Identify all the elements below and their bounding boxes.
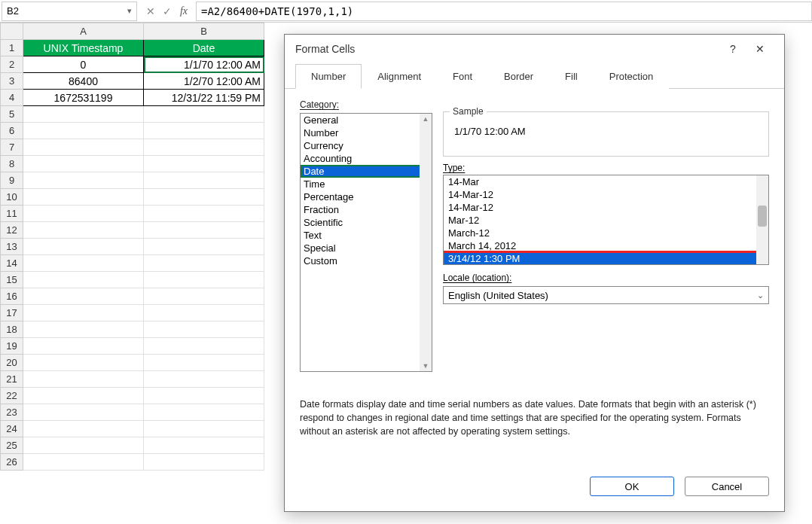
check-icon[interactable]: ✓: [160, 4, 175, 19]
cell[interactable]: [23, 371, 144, 388]
row-header[interactable]: 17: [1, 305, 23, 321]
cell[interactable]: [23, 355, 144, 371]
category-item[interactable]: Time: [301, 178, 432, 190]
cell[interactable]: [23, 206, 144, 222]
row-header[interactable]: 6: [1, 123, 23, 139]
row-header[interactable]: 18: [1, 321, 23, 338]
row-header[interactable]: 22: [1, 388, 23, 404]
row-header[interactable]: 23: [1, 404, 23, 421]
cell[interactable]: [144, 123, 264, 139]
row-header[interactable]: 11: [1, 206, 23, 222]
tab-border[interactable]: Border: [488, 64, 549, 89]
name-box[interactable]: B2 ▾: [2, 2, 137, 21]
cell[interactable]: [144, 272, 264, 288]
type-item[interactable]: 14-Mar-12: [444, 201, 768, 214]
category-item[interactable]: Custom: [301, 254, 432, 267]
cell[interactable]: [23, 321, 144, 338]
cell[interactable]: [23, 156, 144, 172]
type-item-selected[interactable]: 3/14/12 1:30 PM: [444, 252, 768, 265]
formula-input[interactable]: =A2/86400+DATE(1970,1,1): [196, 2, 812, 21]
type-item[interactable]: March 14, 2012: [444, 239, 768, 252]
category-item[interactable]: Percentage: [301, 190, 432, 203]
cell-a2[interactable]: 0: [23, 56, 144, 73]
cell[interactable]: [23, 172, 144, 189]
dialog-titlebar[interactable]: Format Cells ? ✕: [285, 35, 784, 63]
category-item[interactable]: General: [301, 114, 432, 126]
row-header[interactable]: 1: [1, 40, 23, 56]
cell[interactable]: [144, 371, 264, 388]
cell[interactable]: [144, 239, 264, 255]
cell[interactable]: [23, 222, 144, 239]
cell[interactable]: [23, 139, 144, 156]
row-header[interactable]: 7: [1, 139, 23, 156]
row-header[interactable]: 14: [1, 255, 23, 272]
cell-b3[interactable]: 1/2/70 12:00 AM: [144, 73, 264, 90]
row-header[interactable]: 21: [1, 371, 23, 388]
category-item-date[interactable]: Date: [301, 165, 432, 178]
cell[interactable]: [23, 388, 144, 404]
tab-number[interactable]: Number: [295, 64, 362, 89]
tab-font[interactable]: Font: [437, 64, 488, 89]
cell[interactable]: [23, 338, 144, 355]
category-listbox[interactable]: General Number Currency Accounting Date …: [300, 113, 432, 372]
row-header[interactable]: 10: [1, 189, 23, 206]
cell[interactable]: [23, 239, 144, 255]
cell[interactable]: [144, 454, 264, 471]
cell-a1[interactable]: UNIX Timestamp: [23, 40, 144, 56]
tab-protection[interactable]: Protection: [594, 64, 670, 89]
cell[interactable]: [144, 156, 264, 172]
category-item[interactable]: Number: [301, 126, 432, 139]
cell[interactable]: [23, 454, 144, 471]
row-header[interactable]: 26: [1, 454, 23, 471]
locale-select[interactable]: English (United States) ⌄: [443, 286, 769, 304]
cell[interactable]: [144, 288, 264, 305]
cell[interactable]: [144, 437, 264, 454]
category-item[interactable]: Accounting: [301, 152, 432, 165]
cell-a3[interactable]: 86400: [23, 73, 144, 90]
cell[interactable]: [23, 404, 144, 421]
row-header[interactable]: 4: [1, 90, 23, 106]
category-item[interactable]: Fraction: [301, 203, 432, 216]
ok-button[interactable]: OK: [590, 477, 674, 496]
row-header[interactable]: 12: [1, 222, 23, 239]
category-item[interactable]: Special: [301, 242, 432, 254]
type-scrollbar[interactable]: [756, 175, 768, 264]
category-item[interactable]: Currency: [301, 139, 432, 152]
cell[interactable]: [144, 189, 264, 206]
close-icon[interactable]: ✕: [746, 38, 774, 60]
cell[interactable]: [23, 106, 144, 123]
type-item[interactable]: March-12: [444, 227, 768, 239]
tab-fill[interactable]: Fill: [549, 64, 594, 89]
row-header[interactable]: 20: [1, 355, 23, 371]
cell[interactable]: [23, 272, 144, 288]
cell[interactable]: [144, 139, 264, 156]
column-header-a[interactable]: A: [23, 23, 144, 40]
row-header[interactable]: 2: [1, 56, 23, 73]
cell[interactable]: [144, 338, 264, 355]
cell[interactable]: [144, 321, 264, 338]
cell[interactable]: [23, 288, 144, 305]
row-header[interactable]: 3: [1, 73, 23, 90]
row-header[interactable]: 8: [1, 156, 23, 172]
cancel-icon[interactable]: ✕: [143, 4, 158, 19]
row-header[interactable]: 16: [1, 288, 23, 305]
type-listbox[interactable]: 14-Mar 14-Mar-12 14-Mar-12 Mar-12 March-…: [443, 175, 769, 265]
cell[interactable]: [144, 305, 264, 321]
cell[interactable]: [23, 123, 144, 139]
cell-b4[interactable]: 12/31/22 11:59 PM: [144, 90, 264, 106]
row-header[interactable]: 13: [1, 239, 23, 255]
select-all-corner[interactable]: [1, 23, 23, 40]
row-header[interactable]: 9: [1, 172, 23, 189]
category-scrollbar[interactable]: ▲ ▼: [420, 114, 432, 371]
type-item[interactable]: 14-Mar: [444, 175, 768, 188]
column-header-b[interactable]: B: [144, 23, 264, 40]
cell[interactable]: [144, 388, 264, 404]
cell-b2[interactable]: 1/1/70 12:00 AM: [144, 56, 264, 73]
help-icon[interactable]: ?: [719, 38, 746, 60]
tab-alignment[interactable]: Alignment: [362, 64, 437, 89]
cell[interactable]: [144, 106, 264, 123]
cell-b1[interactable]: Date: [144, 40, 264, 56]
row-header[interactable]: 15: [1, 272, 23, 288]
cell[interactable]: [23, 189, 144, 206]
cell[interactable]: [144, 222, 264, 239]
